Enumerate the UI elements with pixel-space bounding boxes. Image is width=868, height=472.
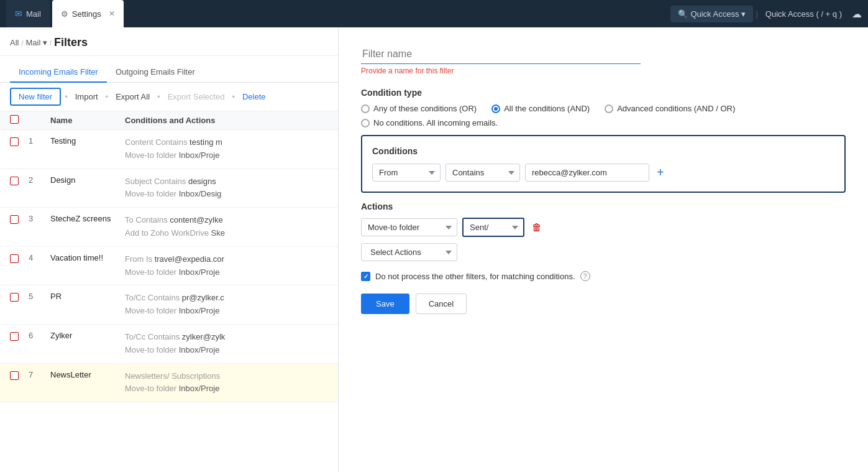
filter-name-input[interactable] bbox=[361, 45, 641, 64]
row-checkbox[interactable] bbox=[10, 332, 19, 341]
mail-icon: ✉ bbox=[15, 9, 22, 19]
do-not-process-row: Do not process the other filters, for ma… bbox=[361, 271, 846, 281]
header-check[interactable] bbox=[10, 115, 29, 126]
settings-icon: ⚙ bbox=[61, 9, 68, 19]
action-row: Move-to folder Copy-to folder Delete For… bbox=[361, 218, 846, 237]
radio-or-circle bbox=[361, 104, 370, 113]
right-panel: Provide a name for this filter Condition… bbox=[339, 27, 868, 472]
conditions-box: Conditions From To Subject Body Contains… bbox=[361, 135, 846, 193]
left-panel: All / Mail ▾ / Filters Incoming Emails F… bbox=[0, 27, 339, 472]
main-layout: All / Mail ▾ / Filters Incoming Emails F… bbox=[0, 27, 868, 472]
row-conditions: Newsletters/ Subscriptions Move-to folde… bbox=[125, 370, 328, 396]
actions-section: Actions Move-to folder Copy-to folder De… bbox=[361, 201, 846, 261]
row-number: 1 bbox=[29, 136, 50, 146]
delete-button[interactable]: Delete bbox=[239, 90, 270, 104]
condition-row: From To Subject Body Contains Does not c… bbox=[372, 164, 834, 182]
breadcrumb: All / Mail ▾ / Filters bbox=[0, 27, 338, 56]
row-name: NewsLetter bbox=[50, 370, 125, 379]
radio-and[interactable]: All the conditions (AND) bbox=[491, 104, 590, 113]
table-row[interactable]: 3 StecheZ screens To Contains content@zy… bbox=[0, 208, 338, 247]
header-conditions: Conditions and Actions bbox=[125, 116, 328, 125]
row-number: 5 bbox=[29, 292, 50, 301]
chevron-down-icon: ▾ bbox=[43, 38, 47, 47]
row-checkbox[interactable] bbox=[10, 371, 19, 380]
help-icon[interactable]: ? bbox=[580, 271, 590, 281]
cancel-button[interactable]: Cancel bbox=[416, 294, 467, 314]
tab-mail-label: Mail bbox=[26, 9, 41, 19]
breadcrumb-all[interactable]: All bbox=[10, 38, 19, 47]
row-checkbox[interactable] bbox=[10, 293, 19, 302]
condition-field-select[interactable]: From To Subject Body bbox=[372, 164, 441, 182]
radio-or-label: Any of these conditions (OR) bbox=[373, 104, 477, 113]
condition-operator-select[interactable]: Contains Does not contain Is Is not bbox=[445, 164, 520, 182]
row-checkbox[interactable] bbox=[10, 137, 19, 146]
row-number: 3 bbox=[29, 214, 50, 223]
table-row[interactable]: 2 Design Subject Contains designs Move-t… bbox=[0, 169, 338, 208]
do-not-process-checkbox[interactable] bbox=[361, 272, 370, 281]
breadcrumb-sep2: / bbox=[50, 39, 52, 47]
import-button[interactable]: Import bbox=[71, 90, 102, 104]
breadcrumb-filters: Filters bbox=[54, 36, 88, 49]
radio-and-label: All the conditions (AND) bbox=[504, 104, 590, 113]
condition-type-title: Condition type bbox=[361, 88, 846, 98]
table-row[interactable]: 1 Testing Content Contains testing m Mov… bbox=[0, 130, 338, 169]
table-row[interactable]: 5 PR To/Cc Contains pr@zylker.c Move-to … bbox=[0, 285, 338, 325]
condition-type-group: Any of these conditions (OR) All the con… bbox=[361, 104, 846, 113]
quick-access-shortcut-button[interactable]: Quick Access ( / + q ) bbox=[761, 6, 847, 22]
delete-action-button[interactable]: 🗑 bbox=[529, 222, 544, 233]
row-number: 2 bbox=[29, 175, 50, 185]
topbar: ✉ Mail ⚙ Settings ✕ 🔍 Quick Access ▾ | Q… bbox=[0, 0, 868, 27]
action-folder-select[interactable]: Sent/ Inbox/ Trash/ bbox=[462, 218, 524, 237]
row-checkbox[interactable] bbox=[10, 177, 19, 185]
row-conditions: From Is travel@expedia.cor Move-to folde… bbox=[125, 253, 328, 279]
table-row[interactable]: 6 Zylker To/Cc Contains zylker@zylk Move… bbox=[0, 325, 338, 364]
table-row[interactable]: 7 NewsLetter Newsletters/ Subscriptions … bbox=[0, 364, 338, 403]
save-button[interactable]: Save bbox=[361, 294, 409, 314]
select-actions-dropdown[interactable]: Select Actions Mark as read Star Forward bbox=[361, 243, 457, 261]
breadcrumb-mail[interactable]: Mail ▾ bbox=[26, 38, 47, 47]
row-number: 6 bbox=[29, 331, 50, 340]
row-checkbox[interactable] bbox=[10, 254, 19, 263]
radio-none-circle bbox=[361, 119, 370, 127]
filter-name-error: Provide a name for this filter bbox=[361, 67, 846, 75]
radio-group-2: No conditions. All incoming emails. bbox=[361, 118, 846, 127]
quick-access-label: Quick Access bbox=[690, 9, 739, 19]
condition-value-input[interactable] bbox=[525, 164, 649, 182]
radio-none[interactable]: No conditions. All incoming emails. bbox=[361, 118, 498, 127]
tab-outgoing[interactable]: Outgoing Emails Filter bbox=[107, 62, 204, 83]
row-name: Zylker bbox=[50, 331, 125, 340]
header-name: Name bbox=[50, 116, 125, 125]
tab-settings-label: Settings bbox=[72, 9, 101, 19]
add-condition-button[interactable]: + bbox=[654, 165, 667, 180]
radio-advanced-circle bbox=[605, 104, 613, 113]
quick-access-button[interactable]: 🔍 Quick Access ▾ bbox=[670, 6, 753, 22]
divider: | bbox=[756, 9, 757, 19]
select-all-checkbox[interactable] bbox=[10, 115, 19, 124]
row-conditions: To/Cc Contains pr@zylker.c Move-to folde… bbox=[125, 292, 328, 318]
list-header: Name Conditions and Actions bbox=[0, 111, 338, 130]
tab-incoming[interactable]: Incoming Emails Filter bbox=[10, 62, 107, 83]
tab-settings[interactable]: ⚙ Settings ✕ bbox=[52, 0, 124, 27]
row-checkbox[interactable] bbox=[10, 215, 19, 224]
export-all-button[interactable]: Export All bbox=[112, 90, 153, 104]
row-conditions: To Contains content@zylke Add to Zoho Wo… bbox=[125, 214, 328, 240]
row-conditions: Content Contains testing m Move-to folde… bbox=[125, 136, 328, 162]
close-icon[interactable]: ✕ bbox=[109, 9, 115, 18]
row-name: StecheZ screens bbox=[50, 214, 125, 223]
export-selected-button[interactable]: Export Selected bbox=[164, 90, 229, 104]
search-icon: 🔍 bbox=[678, 9, 688, 19]
tab-mail[interactable]: ✉ Mail bbox=[6, 0, 50, 27]
radio-or[interactable]: Any of these conditions (OR) bbox=[361, 104, 477, 113]
radio-and-circle bbox=[491, 104, 500, 113]
conditions-title: Conditions bbox=[372, 146, 834, 156]
row-name: PR bbox=[50, 292, 125, 301]
cloud-icon: ☁ bbox=[852, 8, 862, 20]
toolbar: New filter • Import • Export All • Expor… bbox=[0, 83, 338, 111]
radio-advanced[interactable]: Advanced conditions (AND / OR) bbox=[605, 104, 735, 113]
select-actions-row: Select Actions Mark as read Star Forward bbox=[361, 243, 846, 261]
new-filter-button[interactable]: New filter bbox=[10, 88, 61, 106]
action-type-select[interactable]: Move-to folder Copy-to folder Delete For… bbox=[361, 218, 457, 236]
row-name: Testing bbox=[50, 136, 125, 146]
table-row[interactable]: 4 Vacation time!! From Is travel@expedia… bbox=[0, 247, 338, 286]
form-actions: Save Cancel bbox=[361, 294, 846, 314]
